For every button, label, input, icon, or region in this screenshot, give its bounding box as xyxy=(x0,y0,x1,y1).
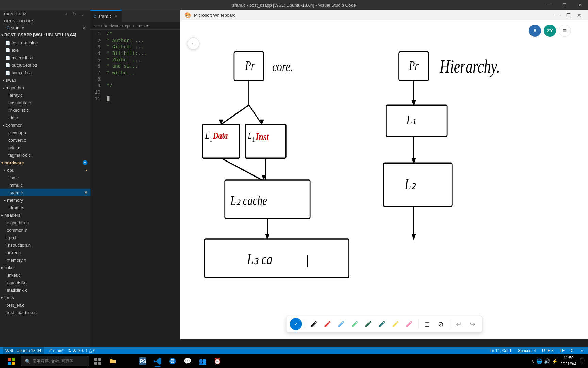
status-sync[interactable]: ↻ ⊗ 0 ⚠ 1 △ 0 xyxy=(67,347,97,354)
tree-item-headers[interactable]: ▸ headers xyxy=(0,211,90,219)
tree-item-algorithm-h[interactable]: algorithm.h xyxy=(0,219,90,226)
tree-item-memory-h[interactable]: memory.h xyxy=(0,256,90,264)
taskbar-edge[interactable] xyxy=(165,355,180,367)
status-branch[interactable]: WSL: Ubuntu-18.04 xyxy=(3,347,44,354)
wb-pen-green[interactable] xyxy=(349,318,361,330)
taskbar-task-view[interactable] xyxy=(91,355,105,367)
tree-item-array[interactable]: array.c xyxy=(0,91,90,99)
wb-menu-button[interactable]: ≡ xyxy=(559,25,571,37)
taskbar-wechat[interactable]: 💬 xyxy=(180,355,195,367)
taskbar-store[interactable]: 🛍 xyxy=(120,355,135,367)
tree-item-output-eof[interactable]: 📄 output.eof.txt xyxy=(0,61,90,69)
wb-pen-blue-light[interactable] xyxy=(335,318,347,330)
wb-select-tool[interactable]: ✓ xyxy=(290,318,302,330)
notification-icon[interactable]: 🗨 xyxy=(579,358,585,365)
tree-item-main-elf[interactable]: 📄 main.elf.txt xyxy=(0,54,90,61)
status-line-ending[interactable]: LF xyxy=(558,347,566,354)
tree-item-dram[interactable]: dram.c xyxy=(0,204,90,211)
tree-item-cpu-h[interactable]: cpu.h xyxy=(0,234,90,241)
taskbar-teams[interactable]: 👥 xyxy=(195,355,210,367)
tree-item-hardware[interactable]: ▾ hardware ● xyxy=(0,159,90,166)
tree-item-memory[interactable]: ▸ memory xyxy=(0,196,90,204)
status-language[interactable]: C xyxy=(569,347,575,354)
more-options-icon[interactable]: … xyxy=(79,11,86,17)
tree-item-test-elf[interactable]: test_elf.c xyxy=(0,301,90,309)
wb-pen-yellow[interactable] xyxy=(390,318,402,330)
svg-rect-40 xyxy=(12,358,15,361)
wb-restore-button[interactable]: ❐ xyxy=(564,12,573,19)
wb-avatar-a[interactable]: A xyxy=(529,25,541,37)
taskbar-powershell[interactable]: PS xyxy=(135,355,150,367)
tree-item-sram[interactable]: sram.c M xyxy=(0,189,90,196)
status-encoding[interactable]: UTF-8 xyxy=(541,347,555,354)
tree-item-linker-h[interactable]: linker.h xyxy=(0,249,90,256)
tree-item-tests[interactable]: ▸ tests xyxy=(0,294,90,301)
search-icon: 🔍 xyxy=(25,359,30,364)
tree-item-exe[interactable]: 📄 exe xyxy=(0,46,90,54)
wb-redo-button[interactable]: ↪ xyxy=(467,318,479,330)
tree-item-isa[interactable]: isa.c xyxy=(0,174,90,181)
tree-item-tagmalloc[interactable]: tagmalloc.c xyxy=(0,151,90,159)
status-line-col[interactable]: Ln 11, Col 1 xyxy=(488,347,513,354)
refresh-icon[interactable]: ↻ xyxy=(71,11,78,17)
wb-undo-button[interactable]: ↩ xyxy=(453,318,465,330)
minimize-button[interactable]: — xyxy=(541,0,557,10)
tree-item-staticlink[interactable]: staticlink.c xyxy=(0,286,90,294)
wb-pen-teal[interactable] xyxy=(376,318,388,330)
status-feedback[interactable]: ☺ xyxy=(578,347,585,354)
wb-pen-dark-green[interactable] xyxy=(362,318,375,330)
tree-item-print[interactable]: print.c xyxy=(0,144,90,151)
taskbar-vscode[interactable] xyxy=(150,355,165,367)
wb-lasso-tool[interactable]: ⊙ xyxy=(435,318,447,330)
svg-rect-39 xyxy=(8,358,11,361)
root-folder[interactable]: BCST_CSAPP [WSL: UBUNTU-18.04] xyxy=(0,31,90,39)
tree-item-convert[interactable]: convert.c xyxy=(0,136,90,144)
tree-item-instruction-h[interactable]: instruction.h xyxy=(0,241,90,249)
taskbar-file-explorer[interactable] xyxy=(105,355,120,367)
tree-item-linker[interactable]: ▸ linker xyxy=(0,264,90,271)
wb-drawing-canvas[interactable]: Pr core. L 1 Data xyxy=(180,20,588,339)
tree-item-linkedlist[interactable]: linkedlist.c xyxy=(0,106,90,114)
taskbar-clock-display[interactable]: 11:50 2021/8/4 xyxy=(560,355,576,367)
wb-back-button[interactable]: ← xyxy=(187,37,199,50)
wb-close-button[interactable]: ✕ xyxy=(574,12,584,19)
wb-pen-pink[interactable] xyxy=(403,318,415,330)
start-button[interactable] xyxy=(3,356,20,367)
tree-item-test_machine[interactable]: 📄 test_machine xyxy=(0,39,90,46)
wb-pen-black[interactable] xyxy=(308,318,320,330)
wb-eraser-tool[interactable]: ◻ xyxy=(421,318,434,330)
svg-text:L: L xyxy=(205,130,209,141)
new-file-icon[interactable]: + xyxy=(63,11,70,17)
close-button[interactable]: ✕ xyxy=(572,0,588,10)
restore-button[interactable]: ❐ xyxy=(557,0,572,10)
tree-item-hashtable[interactable]: hashtable.c xyxy=(0,99,90,106)
wb-avatar-zy[interactable]: ZY xyxy=(544,25,556,37)
tab-sram[interactable]: C sram.c ✕ xyxy=(90,10,122,22)
tree-item-linker-c[interactable]: linker.c xyxy=(0,271,90,279)
tree-item-common-h[interactable]: common.h xyxy=(0,226,90,234)
tree-item-test-machine-c[interactable]: test_machine.c xyxy=(0,309,90,316)
tree-item-algorithm[interactable]: ▸ algorithm xyxy=(0,84,90,91)
tree-item-common[interactable]: ▸ common xyxy=(0,121,90,129)
tab-close-icon[interactable]: ✕ xyxy=(114,13,118,19)
taskbar-search[interactable]: 🔍 应用程序, 文档, 网页等 xyxy=(21,356,89,366)
svg-text:Hierarchy.: Hierarchy. xyxy=(440,56,500,76)
open-editor-sram[interactable]: C sram.c ✕ xyxy=(0,24,90,31)
status-spaces[interactable]: Spaces: 4 xyxy=(517,347,537,354)
taskbar-clock[interactable]: ⏰ xyxy=(210,355,225,367)
tree-item-trie[interactable]: trie.c xyxy=(0,114,90,121)
tree-item-sum-elf[interactable]: 📄 sum.elf.txt xyxy=(0,69,90,76)
tree-item-swap[interactable]: ▸ swap xyxy=(0,76,90,84)
tree-item-cleanup[interactable]: cleanup.c xyxy=(0,129,90,136)
chevron-right-icon: ▸ xyxy=(4,198,6,202)
wb-pen-red[interactable] xyxy=(322,318,334,330)
file-icon: 📄 xyxy=(5,48,10,52)
close-editor-icon[interactable]: ✕ xyxy=(81,24,87,31)
wb-minimize-button[interactable]: — xyxy=(553,12,562,19)
file-icon: 📄 xyxy=(5,71,10,75)
tree-item-mmu[interactable]: mmu.c xyxy=(0,181,90,189)
tree-item-parseElf[interactable]: parseElf.c xyxy=(0,279,90,286)
tree-item-cpu[interactable]: ▾ cpu ● xyxy=(0,166,90,174)
status-git-branch[interactable]: ⎇ main* xyxy=(46,347,65,354)
chevron-down-icon: ▾ xyxy=(1,161,3,165)
